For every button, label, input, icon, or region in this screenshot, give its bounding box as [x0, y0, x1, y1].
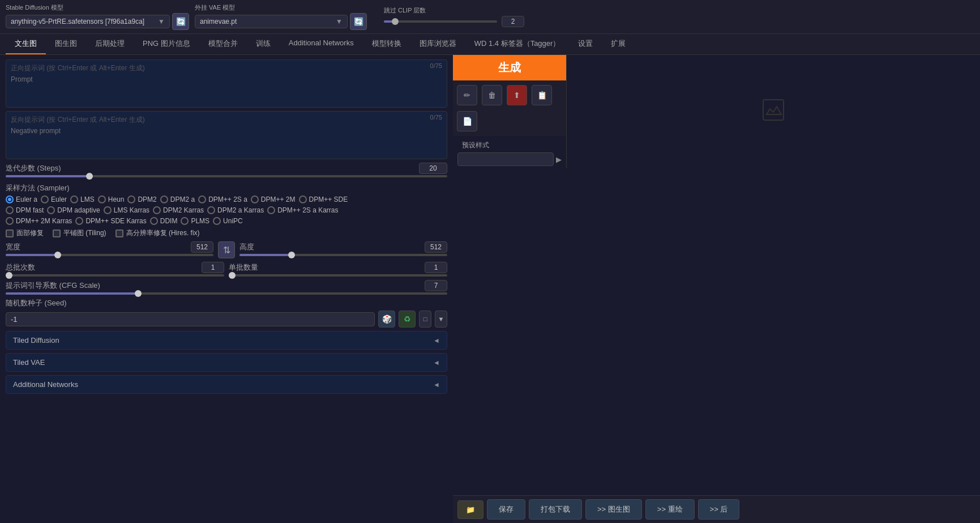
sampler-row-1: Euler a Euler LMS Heun DPM2	[6, 195, 447, 203]
zip-btn[interactable]: 打包下载	[529, 499, 582, 520]
tab-extensions[interactable]: 扩展	[602, 34, 635, 54]
steps-slider[interactable]	[6, 175, 447, 177]
radio-unipc[interactable]: UniPC	[213, 217, 243, 225]
tab-train[interactable]: 训练	[247, 34, 280, 54]
generate-button[interactable]: 生成	[453, 55, 566, 80]
radio-dpmpp-sde-karras[interactable]: DPM++ SDE Karras	[75, 217, 146, 225]
radio-dot-dpmpp-2s-a	[198, 195, 206, 203]
sd-model-section: Stable Diffusion 模型 anything-v5-PrtRE.sa…	[6, 3, 189, 30]
vae-model-refresh-btn[interactable]: 🔄	[350, 13, 367, 30]
vae-model-select-row: animevae.pt ▼ 🔄	[195, 13, 367, 30]
seed-dice-btn[interactable]: 🎲	[378, 311, 395, 328]
width-slider[interactable]	[6, 254, 213, 256]
tab-additional-networks[interactable]: Additional Networks	[280, 34, 363, 54]
radio-euler[interactable]: Euler	[41, 195, 67, 203]
radio-dpmpp-2s-a-karras[interactable]: DPM++ 2S a Karras	[267, 206, 338, 214]
sd-model-dropdown[interactable]: anything-v5-PrtRE.safetensors [7f96a1a9c…	[6, 15, 170, 28]
sd-model-refresh-btn[interactable]: 🔄	[172, 13, 189, 30]
tab-extras[interactable]: 后期处理	[86, 34, 134, 54]
batch-size-value[interactable]: 1	[425, 262, 447, 273]
positive-token-count: 0/75	[430, 62, 442, 69]
toolbar-pencil-btn[interactable]: ✏	[457, 85, 477, 105]
negative-prompt-hint: 反向提示词 (按 Ctrl+Enter 或 Alt+Enter 生成)	[6, 112, 447, 126]
radio-dpm-fast[interactable]: DPM fast	[6, 206, 44, 214]
tab-model-convert[interactable]: 模型转换	[363, 34, 410, 54]
toolbar-paste-btn[interactable]: 📄	[457, 111, 477, 131]
height-slider[interactable]	[239, 254, 447, 256]
toolbar-copy-btn[interactable]: 📋	[532, 85, 552, 105]
negative-prompt-input[interactable]	[6, 126, 447, 157]
cfg-scale-value[interactable]: 7	[425, 280, 447, 291]
preset-section: 预设样式 ▶	[453, 136, 566, 168]
tiling-checkbox[interactable]: 平铺图 (Tiling)	[53, 228, 106, 238]
sd-model-arrow: ▼	[158, 18, 165, 25]
swap-dimensions-btn[interactable]: ⇅	[218, 241, 235, 258]
radio-dpmpp-2m-karras[interactable]: DPM++ 2M Karras	[6, 217, 72, 225]
additional-networks-header[interactable]: Additional Networks ◄	[6, 376, 447, 393]
tab-png-info[interactable]: PNG 图片信息	[134, 34, 199, 54]
seed-dropdown-btn[interactable]: ▼	[435, 311, 447, 328]
steps-value[interactable]: 20	[419, 163, 447, 174]
width-value[interactable]: 512	[191, 241, 213, 253]
batch-count-slider[interactable]	[6, 274, 224, 277]
negative-prompt-area: 反向提示词 (按 Ctrl+Enter 或 Alt+Enter 生成) 0/75	[6, 111, 447, 159]
tab-tagger[interactable]: WD 1.4 标签器（Tagger）	[465, 34, 570, 54]
to-extras-btn[interactable]: >> 后	[698, 499, 740, 520]
radio-dpm2[interactable]: DPM2	[127, 195, 156, 203]
to-img2img-btn[interactable]: >> 图生图	[585, 499, 642, 520]
radio-plms[interactable]: PLMS	[181, 217, 209, 225]
tab-txt2img[interactable]: 文生图	[6, 34, 46, 54]
tab-merge[interactable]: 模型合并	[199, 34, 247, 54]
toolbar-trash-btn[interactable]: 🗑	[482, 85, 502, 105]
toolbar-stop-btn[interactable]: ⬆	[507, 85, 527, 105]
cfg-scale-slider[interactable]	[6, 292, 447, 295]
radio-lms[interactable]: LMS	[70, 195, 95, 203]
radio-dpm2-a-karras[interactable]: DPM2 a Karras	[207, 206, 264, 214]
radio-dot-plms	[181, 217, 189, 225]
radio-lms-karras[interactable]: LMS Karras	[104, 206, 149, 214]
batch-count-value[interactable]: 1	[202, 262, 224, 273]
radio-dpm2-a[interactable]: DPM2 a	[160, 195, 195, 203]
radio-dpm-adaptive[interactable]: DPM adaptive	[47, 206, 100, 214]
radio-dot-dpm-fast	[6, 206, 14, 214]
vae-model-label: 外挂 VAE 模型	[195, 3, 367, 12]
vae-model-dropdown[interactable]: animevae.pt ▼	[195, 15, 348, 28]
additional-networks-title: Additional Networks	[13, 380, 78, 389]
positive-prompt-input[interactable]	[6, 74, 447, 105]
radio-dot-dpm2-a	[160, 195, 168, 203]
seed-input[interactable]: -1	[6, 312, 375, 326]
preset-arrow-btn[interactable]: ▶	[554, 155, 562, 164]
radio-ddim[interactable]: DDIM	[150, 217, 178, 225]
radio-heun[interactable]: Heun	[98, 195, 125, 203]
radio-dpmpp-2s-a[interactable]: DPM++ 2S a	[198, 195, 247, 203]
tab-gallery[interactable]: 图库浏览器	[410, 34, 465, 54]
radio-dpmpp-sde[interactable]: DPM++ SDE	[299, 195, 348, 203]
radio-dpm2-karras[interactable]: DPM2 Karras	[153, 206, 204, 214]
tiled-vae-header[interactable]: Tiled VAE ◄	[6, 354, 447, 371]
sampler-label: 采样方法 (Sampler)	[6, 183, 447, 193]
preset-input[interactable]	[457, 152, 554, 166]
to-inpaint-btn[interactable]: >> 重绘	[645, 499, 695, 520]
radio-dpmpp-2m[interactable]: DPM++ 2M	[251, 195, 296, 203]
tiled-diffusion-header[interactable]: Tiled Diffusion ◄	[6, 331, 447, 349]
hires-fix-checkbox[interactable]: 高分辨率修复 (Hires. fix)	[115, 228, 200, 238]
height-value[interactable]: 512	[425, 241, 447, 253]
radio-dot-dpmpp-sde	[299, 195, 307, 203]
batch-count-label: 总批次数	[6, 262, 108, 273]
tiled-diffusion-title: Tiled Diffusion	[13, 336, 59, 345]
clip-slider[interactable]	[384, 20, 497, 23]
seed-extra-btn[interactable]: □	[419, 311, 431, 328]
cfg-scale-section: 提示词引导系数 (CFG Scale) 7	[6, 280, 447, 295]
tab-settings[interactable]: 设置	[569, 34, 602, 54]
radio-euler-a[interactable]: Euler a	[6, 195, 37, 203]
tab-img2img[interactable]: 图生图	[46, 34, 86, 54]
tiled-vae-accordion: Tiled VAE ◄	[6, 353, 447, 372]
clip-value[interactable]: 2	[502, 16, 524, 27]
radio-dot-dpm-adaptive	[47, 206, 55, 214]
folder-btn[interactable]: 📁	[457, 500, 483, 519]
vae-model-arrow: ▼	[336, 18, 343, 25]
save-btn[interactable]: 保存	[487, 499, 525, 520]
restore-faces-checkbox[interactable]: 面部修复	[6, 228, 44, 238]
batch-size-slider[interactable]	[229, 274, 447, 277]
seed-recycle-btn[interactable]: ♻	[399, 311, 416, 328]
